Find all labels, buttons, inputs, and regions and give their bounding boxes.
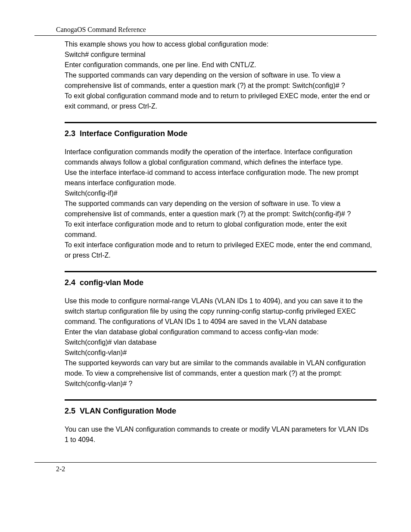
paragraph: Interface configuration commands modify … (65, 147, 372, 168)
section-divider (65, 122, 377, 123)
header-divider (34, 35, 377, 36)
paragraph: To exit global configuration command mod… (65, 91, 372, 112)
paragraph: This example shows you how to access glo… (65, 39, 372, 50)
heading-2-5: 2.5 VLAN Configuration Mode (65, 407, 377, 416)
paragraph: Switch(config-if)# (65, 188, 372, 199)
section-23-body: Interface configuration commands modify … (65, 147, 372, 261)
paragraph: Switch# configure terminal (65, 50, 372, 60)
paragraph: The supported commands can vary dependin… (65, 199, 372, 219)
paragraph: Enter configuration commands, one per li… (65, 60, 372, 70)
paragraph: Use this mode to configure normal-range … (65, 296, 372, 327)
section-top-body: This example shows you how to access glo… (65, 39, 372, 112)
paragraph: Use the interface interface-id command t… (65, 168, 372, 188)
heading-2-4: 2.4 config-vlan Mode (65, 278, 377, 287)
paragraph: You can use the VLAN configuration comma… (65, 424, 372, 445)
section-divider (65, 271, 377, 272)
page-header-title: CanogaOS Command Reference (56, 26, 377, 34)
section-25-body: You can use the VLAN configuration comma… (65, 424, 372, 445)
paragraph: To exit interface configuration mode and… (65, 219, 372, 240)
footer-divider (34, 462, 377, 463)
paragraph: Switch(config-vlan)# (65, 348, 372, 358)
paragraph: To exit interface configuration mode and… (65, 240, 372, 261)
paragraph: The supported keywords can vary but are … (65, 358, 372, 379)
paragraph: The supported commands can vary dependin… (65, 70, 372, 91)
paragraph: Enter the vlan database global configura… (65, 327, 372, 337)
paragraph: Switch(config)# vlan database (65, 337, 372, 348)
page-number: 2-2 (56, 465, 377, 473)
paragraph: Switch(config-vlan)# ? (65, 379, 372, 389)
section-24-body: Use this mode to configure normal-range … (65, 296, 372, 389)
heading-2-3: 2.3 Interface Configuration Mode (65, 129, 377, 138)
section-divider (65, 399, 377, 401)
